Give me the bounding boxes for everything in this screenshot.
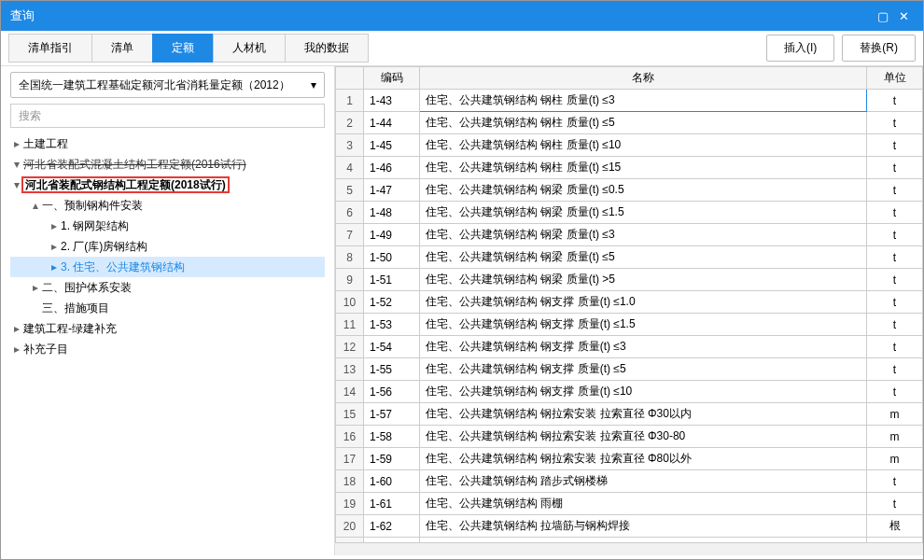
- cell-code[interactable]: 1-60: [364, 470, 420, 493]
- cell-code[interactable]: 1-59: [364, 448, 420, 470]
- tree-node[interactable]: ▸1. 钢网架结构: [10, 216, 325, 236]
- tree-node[interactable]: 三、措施项目: [10, 298, 325, 318]
- table-row[interactable]: 21-44住宅、公共建筑钢结构 钢柱 质量(t) ≤5t: [336, 112, 923, 134]
- cell-name[interactable]: 住宅、公共建筑钢结构 钢柱 质量(t) ≤5: [420, 112, 867, 134]
- cell-unit[interactable]: t: [867, 269, 923, 291]
- tab-3[interactable]: 人材机: [213, 34, 286, 63]
- cell-name[interactable]: 住宅、公共建筑钢结构 钢梁 质量(t) >5: [420, 269, 867, 291]
- cell-name[interactable]: 住宅、公共建筑钢结构 雨棚: [420, 493, 867, 515]
- tree-node[interactable]: ▴一、预制钢构件安装: [10, 195, 325, 216]
- table-row[interactable]: 101-52住宅、公共建筑钢结构 钢支撑 质量(t) ≤1.0t: [336, 291, 923, 314]
- cell-unit[interactable]: t: [867, 381, 923, 403]
- table-row[interactable]: 41-46住宅、公共建筑钢结构 钢柱 质量(t) ≤15t: [336, 157, 923, 179]
- table-row[interactable]: 51-47住宅、公共建筑钢结构 钢梁 质量(t) ≤0.5t: [336, 179, 923, 202]
- cell-code[interactable]: 1-56: [364, 381, 420, 403]
- tree-node[interactable]: ▸3. 住宅、公共建筑钢结构: [10, 257, 325, 277]
- cell-unit[interactable]: t: [867, 134, 923, 157]
- cell-code[interactable]: 1-54: [364, 336, 420, 358]
- table-row[interactable]: 151-57住宅、公共建筑钢结构 钢拉索安装 拉索直径 Φ30以内m: [336, 403, 923, 426]
- cell-name[interactable]: 住宅、公共建筑钢结构 钢柱 质量(t) ≤3: [420, 90, 867, 112]
- cell-unit[interactable]: t: [867, 358, 923, 381]
- horizontal-scrollbar[interactable]: [335, 542, 923, 555]
- minimize-button[interactable]: ▢: [873, 9, 893, 23]
- tree-node[interactable]: ▸土建工程: [10, 133, 325, 154]
- search-input[interactable]: 搜索: [10, 104, 325, 128]
- cell-unit[interactable]: t: [867, 112, 923, 134]
- table-row[interactable]: 181-60住宅、公共建筑钢结构 踏步式钢楼梯t: [336, 470, 923, 493]
- cell-name[interactable]: 住宅、公共建筑钢结构 钢支撑 质量(t) ≤1.5: [420, 314, 867, 336]
- table-row[interactable]: 71-49住宅、公共建筑钢结构 钢梁 质量(t) ≤3t: [336, 224, 923, 246]
- tree-node[interactable]: ▸补充子目: [10, 339, 325, 359]
- cell-name[interactable]: 住宅、公共建筑钢结构 钢拉索安装 拉索直径 Φ30-80: [420, 426, 867, 448]
- cell-code[interactable]: 1-52: [364, 291, 420, 314]
- cell-name[interactable]: 住宅、公共建筑钢结构 钢梁 质量(t) ≤3: [420, 224, 867, 246]
- cell-name[interactable]: 住宅、公共建筑钢结构 钢梁 质量(t) ≤5: [420, 246, 867, 269]
- close-button[interactable]: ✕: [893, 9, 914, 23]
- table-row[interactable]: 191-61住宅、公共建筑钢结构 雨棚t: [336, 493, 923, 515]
- cell-name[interactable]: 住宅、公共建筑钢结构 钢拉索安装 拉索直径 Φ80以外: [420, 448, 867, 470]
- cell-unit[interactable]: t: [867, 179, 923, 202]
- cell-name[interactable]: 住宅、公共建筑钢结构 钢支撑 质量(t) ≤1.0: [420, 291, 867, 314]
- tab-1[interactable]: 清单: [91, 34, 153, 63]
- replace-button[interactable]: 替换(R): [842, 35, 916, 62]
- table-row[interactable]: 31-45住宅、公共建筑钢结构 钢柱 质量(t) ≤10t: [336, 134, 923, 157]
- tree-node[interactable]: ▸二、围护体系安装: [10, 277, 325, 298]
- cell-name[interactable]: 住宅、公共建筑钢结构 钢柱 质量(t) ≤10: [420, 134, 867, 157]
- cell-code[interactable]: 1-51: [364, 269, 420, 291]
- cell-code[interactable]: 1-58: [364, 426, 420, 448]
- table-row[interactable]: 91-51住宅、公共建筑钢结构 钢梁 质量(t) >5t: [336, 269, 923, 291]
- cell-unit[interactable]: t: [867, 336, 923, 358]
- table-row[interactable]: 171-59住宅、公共建筑钢结构 钢拉索安装 拉索直径 Φ80以外m: [336, 448, 923, 470]
- cell-unit[interactable]: t: [867, 157, 923, 179]
- cell-code[interactable]: 1-57: [364, 403, 420, 426]
- cell-name[interactable]: 住宅、公共建筑钢结构 钢拉索安装 拉索直径 Φ30以内: [420, 403, 867, 426]
- cell-name[interactable]: 住宅、公共建筑钢结构 踏步式钢楼梯: [420, 470, 867, 493]
- cell-name[interactable]: 住宅、公共建筑钢结构 钢支撑 质量(t) ≤10: [420, 381, 867, 403]
- cell-unit[interactable]: t: [867, 314, 923, 336]
- table-row[interactable]: 141-56住宅、公共建筑钢结构 钢支撑 质量(t) ≤10t: [336, 381, 923, 403]
- table-row[interactable]: 161-58住宅、公共建筑钢结构 钢拉索安装 拉索直径 Φ30-80m: [336, 426, 923, 448]
- cell-unit[interactable]: m: [867, 403, 923, 426]
- table-row[interactable]: 61-48住宅、公共建筑钢结构 钢梁 质量(t) ≤1.5t: [336, 202, 923, 224]
- cell-name[interactable]: 住宅、公共建筑钢结构 钢支撑 质量(t) ≤5: [420, 358, 867, 381]
- table-row[interactable]: 11-43住宅、公共建筑钢结构 钢柱 质量(t) ≤3t: [336, 90, 923, 112]
- cell-code[interactable]: 1-50: [364, 246, 420, 269]
- cell-code[interactable]: 1-46: [364, 157, 420, 179]
- table-row[interactable]: 201-62住宅、公共建筑钢结构 拉墙筋与钢构焊接根: [336, 515, 923, 538]
- col-code[interactable]: 编码: [364, 67, 420, 90]
- tab-0[interactable]: 清单指引: [8, 34, 92, 63]
- tree-node[interactable]: ▾河北省装配式钢结构工程定额(2018试行): [10, 175, 325, 195]
- cell-code[interactable]: 1-47: [364, 179, 420, 202]
- cell-name[interactable]: 住宅、公共建筑钢结构 钢柱 质量(t) ≤15: [420, 157, 867, 179]
- col-unit[interactable]: 单位: [867, 67, 923, 90]
- cell-code[interactable]: 1-61: [364, 493, 420, 515]
- cell-name[interactable]: 住宅、公共建筑钢结构 钢支撑 质量(t) ≤3: [420, 336, 867, 358]
- cell-unit[interactable]: t: [867, 291, 923, 314]
- tab-4[interactable]: 我的数据: [285, 34, 369, 63]
- table-row[interactable]: 131-55住宅、公共建筑钢结构 钢支撑 质量(t) ≤5t: [336, 358, 923, 381]
- quota-dropdown[interactable]: 全国统一建筑工程基础定额河北省消耗量定额（2012） ▾: [10, 72, 325, 98]
- cell-unit[interactable]: m: [867, 426, 923, 448]
- cell-code[interactable]: 1-45: [364, 134, 420, 157]
- col-name[interactable]: 名称: [420, 67, 867, 90]
- cell-unit[interactable]: t: [867, 202, 923, 224]
- cell-name[interactable]: 住宅、公共建筑钢结构 钢梁 质量(t) ≤1.5: [420, 202, 867, 224]
- cell-code[interactable]: 1-49: [364, 224, 420, 246]
- insert-button[interactable]: 插入(I): [766, 35, 834, 62]
- tree-node[interactable]: ▾河北省装配式混凝土结构工程定额(2016试行): [10, 154, 325, 175]
- table-row[interactable]: 111-53住宅、公共建筑钢结构 钢支撑 质量(t) ≤1.5t: [336, 314, 923, 336]
- cell-code[interactable]: 1-53: [364, 314, 420, 336]
- cell-code[interactable]: 1-55: [364, 358, 420, 381]
- data-grid[interactable]: 编码 名称 单位 11-43住宅、公共建筑钢结构 钢柱 质量(t) ≤3t21-…: [335, 66, 923, 542]
- tab-2[interactable]: 定额: [152, 34, 214, 63]
- cell-unit[interactable]: t: [867, 470, 923, 493]
- tree-node[interactable]: ▸建筑工程-绿建补充: [10, 318, 325, 339]
- cell-name[interactable]: 住宅、公共建筑钢结构 钢梁 质量(t) ≤0.5: [420, 179, 867, 202]
- table-row[interactable]: 121-54住宅、公共建筑钢结构 钢支撑 质量(t) ≤3t: [336, 336, 923, 358]
- cell-unit[interactable]: 根: [867, 515, 923, 538]
- cell-unit[interactable]: t: [867, 493, 923, 515]
- tree-node[interactable]: ▸2. 厂(库)房钢结构: [10, 236, 325, 257]
- cell-code[interactable]: 1-62: [364, 515, 420, 538]
- cell-code[interactable]: 1-48: [364, 202, 420, 224]
- cell-unit[interactable]: t: [867, 246, 923, 269]
